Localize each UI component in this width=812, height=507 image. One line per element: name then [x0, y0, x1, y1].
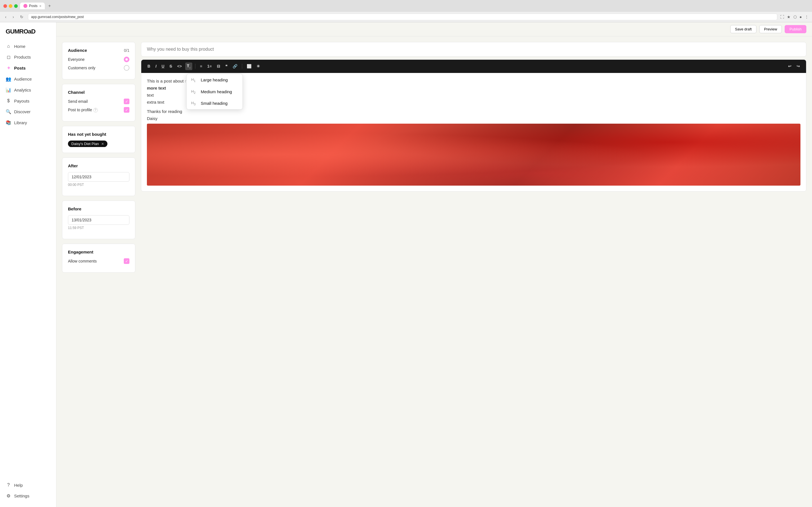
tag-chip: Daisy's Diet Plan ✕	[68, 140, 107, 147]
address-bar[interactable]: app.gumroad.com/posts#new_post	[28, 13, 777, 20]
after-title: After	[68, 163, 78, 168]
align-button[interactable]: ⊟	[215, 63, 222, 69]
top-bar: Save draft Preview Publish	[56, 22, 812, 36]
channel-option-email[interactable]: Send email ✓	[68, 99, 130, 104]
sidebar-item-label: Analytics	[14, 88, 31, 93]
editor-image	[147, 124, 801, 186]
minimize-button[interactable]	[9, 4, 12, 8]
undo-button[interactable]: ↩	[786, 63, 793, 69]
audience-icon: 👥	[6, 76, 11, 82]
checkbox-profile[interactable]: ✓	[124, 107, 130, 113]
sidebar-item-label: Payouts	[14, 99, 29, 103]
extensions-icon[interactable]: ⬡	[794, 15, 797, 19]
sidebar-item-posts[interactable]: ✦ Posts	[0, 62, 56, 73]
filter-tag: Daisy's Diet Plan ✕	[68, 140, 130, 147]
tag-label: Daisy's Diet Plan	[71, 142, 99, 146]
after-date-input[interactable]	[68, 172, 130, 182]
traffic-lights	[3, 4, 18, 8]
browser-toolbar-icons: ⛶ ★ ⬡ ● ⋮	[780, 15, 809, 19]
new-tab-button[interactable]: +	[46, 2, 53, 10]
account-icon[interactable]: ●	[800, 15, 802, 19]
tab-posts[interactable]: Posts ✕	[20, 3, 45, 9]
editor-container: B I U S <> T↕ ≡ 1≡ ⊟ ❝ 🔗 ⬜ ✳	[141, 59, 806, 191]
quote-button[interactable]: ❝	[223, 63, 229, 69]
before-section-header: Before	[68, 207, 130, 211]
sidebar-item-library[interactable]: 📚 Library	[0, 117, 56, 128]
audience-title: Audience	[68, 48, 87, 53]
back-button[interactable]: ‹	[3, 14, 8, 20]
engagement-section-header: Engagement	[68, 249, 130, 255]
heading-dropdown: H1 Large heading H2 Medium heading H3 Sm…	[186, 74, 243, 110]
bookmark-icon[interactable]: ★	[787, 15, 791, 19]
preview-button[interactable]: Preview	[759, 25, 782, 33]
bullet-list-button[interactable]: ≡	[198, 63, 204, 69]
sidebar-item-settings[interactable]: ⚙ Settings	[0, 490, 56, 501]
after-section-header: After	[68, 163, 130, 168]
publish-button[interactable]: Publish	[784, 25, 806, 33]
link-button[interactable]: 🔗	[231, 63, 239, 69]
audience-option-label: Everyone	[68, 57, 85, 62]
heading-button[interactable]: T↕	[185, 62, 192, 70]
cast-icon[interactable]: ⛶	[780, 15, 784, 19]
h2-label: H2	[191, 89, 198, 94]
sidebar-item-label: Audience	[14, 76, 32, 81]
tab-bar: Posts ✕ +	[20, 2, 809, 10]
checkbox-email[interactable]: ✓	[124, 99, 130, 104]
strikethrough-button[interactable]: S	[168, 63, 174, 69]
checkbox-comments[interactable]: ✓	[124, 258, 130, 264]
toolbar-divider-1	[195, 64, 195, 69]
close-button[interactable]	[3, 4, 7, 8]
browser-toolbar: ‹ › ↻ app.gumroad.com/posts#new_post ⛶ ★…	[0, 12, 812, 22]
sidebar-item-discover[interactable]: 🔍 Discover	[0, 106, 56, 117]
tab-favicon	[23, 4, 28, 8]
sidebar-item-payouts[interactable]: $ Payouts	[0, 96, 56, 106]
engagement-section: Engagement Allow comments ✓	[62, 244, 135, 273]
heading-h3-option[interactable]: H3 Small heading	[187, 98, 243, 109]
ordered-list-button[interactable]: 1≡	[206, 63, 213, 69]
maximize-button[interactable]	[14, 4, 18, 8]
sidebar-item-analytics[interactable]: 📊 Analytics	[0, 84, 56, 96]
tag-remove-button[interactable]: ✕	[101, 142, 104, 146]
italic-button[interactable]: I	[154, 63, 158, 69]
sidebar-item-audience[interactable]: 👥 Audience	[0, 73, 56, 84]
sidebar-item-label: Settings	[14, 494, 29, 498]
post-title-input[interactable]	[141, 42, 806, 57]
refresh-button[interactable]: ↻	[18, 14, 25, 20]
redo-button[interactable]: ↪	[795, 63, 802, 69]
radio-everyone[interactable]	[124, 57, 130, 62]
heading-h2-option[interactable]: H2 Medium heading	[187, 86, 243, 98]
special-button[interactable]: ✳	[255, 63, 262, 69]
before-time-hint: 11:59 PST	[68, 226, 130, 230]
menu-icon[interactable]: ⋮	[805, 15, 809, 19]
browser-chrome: Posts ✕ + ‹ › ↻ app.gumroad.com/posts#ne…	[0, 0, 812, 22]
bold-button[interactable]: B	[146, 63, 152, 69]
engagement-option-comments[interactable]: Allow comments ✓	[68, 258, 130, 264]
editor-line-2: more text	[147, 86, 801, 91]
image-button[interactable]: ⬜	[245, 63, 253, 69]
code-button[interactable]: <>	[175, 63, 183, 69]
underline-button[interactable]: U	[160, 63, 166, 69]
sidebar-item-home[interactable]: ⌂ Home	[0, 41, 56, 52]
logo: GUMROaD	[0, 28, 56, 41]
sidebar-item-help[interactable]: ? Help	[0, 480, 56, 490]
editor-line-4: extra text	[147, 100, 801, 105]
h2-text: Medium heading	[201, 89, 232, 94]
heading-h1-option[interactable]: H1 Large heading	[187, 74, 243, 86]
filter-section: Has not yet bought Daisy's Diet Plan ✕	[62, 126, 135, 153]
channel-section-header: Channel	[68, 90, 130, 95]
app-layout: GUMROaD ⌂ Home ◻ Products ✦ Posts 👥 Audi…	[0, 22, 812, 507]
posts-icon: ✦	[6, 65, 11, 71]
settings-panel: Audience 0/1 Everyone Customers only	[62, 42, 135, 501]
tab-close-button[interactable]: ✕	[39, 4, 42, 8]
save-draft-button[interactable]: Save draft	[730, 25, 756, 33]
forward-button[interactable]: ›	[11, 14, 16, 20]
before-section: Before 11:59 PST	[62, 201, 135, 239]
audience-option-everyone[interactable]: Everyone	[68, 57, 130, 62]
before-date-input[interactable]	[68, 215, 130, 225]
channel-option-profile[interactable]: Post to profile ? ✓	[68, 107, 130, 113]
radio-customers[interactable]	[124, 65, 130, 71]
audience-section-header: Audience 0/1	[68, 48, 130, 53]
channel-email-label: Send email	[68, 99, 88, 104]
sidebar-item-products[interactable]: ◻ Products	[0, 52, 56, 62]
audience-option-customers[interactable]: Customers only	[68, 65, 130, 71]
